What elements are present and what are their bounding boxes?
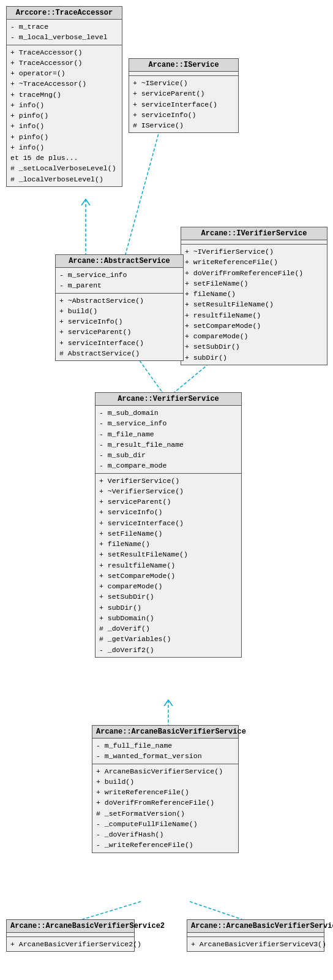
arcane-basic-verifier-title: Arcane::ArcaneBasicVerifierService xyxy=(92,726,238,739)
arcane-basic-verifier-attrs: - m_full_file_name - m_wanted_format_ver… xyxy=(92,739,238,764)
svg-line-6 xyxy=(190,902,242,919)
trace-accessor-m6: + info() xyxy=(10,100,118,110)
trace-accessor-attr-1: - m_trace xyxy=(10,21,118,32)
verifier-service-title: Arcane::VerifierService xyxy=(95,393,241,406)
verifier-service-m16: # _getVariables() xyxy=(99,634,238,644)
verifier-service-attr-3: - m_file_name xyxy=(99,429,238,439)
verifier-service-box: Arcane::VerifierService - m_sub_domain -… xyxy=(95,392,242,658)
iverifier-m11: + subDir() xyxy=(185,352,323,363)
abstract-service-title: Arcane::AbstractService xyxy=(56,255,183,268)
trace-accessor-m9: + pinfo() xyxy=(10,132,118,142)
verifier-service-attr-1: - m_sub_domain xyxy=(99,408,238,418)
arcane-basic-verifier2-methods: + ArcaneBasicVerifierService2() xyxy=(7,937,134,951)
iservice-title: Arcane::IService xyxy=(129,59,238,72)
abstract-service-m3: + serviceInfo() xyxy=(59,316,179,327)
iverifier-m9: + compareMode() xyxy=(185,331,323,341)
verifier-service-m14: + subDomain() xyxy=(99,613,238,623)
trace-accessor-m5: + traceMng() xyxy=(10,89,118,100)
trace-accessor-m12: # _setLocalVerboseLevel() xyxy=(10,163,118,173)
arcane-basic-verifier-attr-2: - m_wanted_format_version xyxy=(96,751,234,761)
arcane-basic-verifier-m6: - _computeFullFileName() xyxy=(96,819,234,829)
abstract-service-methods: + ~AbstractService() + build() + service… xyxy=(56,294,183,361)
iverifier-m3: + doVerifFromReferenceFile() xyxy=(185,268,323,278)
verifier-service-methods: + VerifierService() + ~VerifierService()… xyxy=(95,474,241,657)
trace-accessor-title: Arccore::TraceAccessor xyxy=(7,7,122,20)
arcane-basic-verifier2-attrs xyxy=(7,933,134,937)
verifier-service-m3: + serviceParent() xyxy=(99,496,238,507)
iservice-box: Arcane::IService + ~IService() + service… xyxy=(129,58,239,133)
abstract-service-m2: + build() xyxy=(59,306,179,316)
iservice-m4: + serviceInfo() xyxy=(133,110,234,120)
verifier-service-m11: + compareMode() xyxy=(99,581,238,591)
arcane-basic-verifierv3-methods: + ArcaneBasicVerifierServiceV3() xyxy=(187,937,324,951)
iservice-methods: + ~IService() + serviceParent() + servic… xyxy=(129,76,238,132)
iverifier-methods: + ~IVerifierService() + writeReferenceFi… xyxy=(181,245,327,365)
iverifier-m2: + writeReferenceFile() xyxy=(185,257,323,267)
arcane-basic-verifierv3-title: Arcane::ArcaneBasicVerifierServiceV3 xyxy=(187,920,324,933)
iverifier-m4: + setFileName() xyxy=(185,278,323,289)
verifier-service-m4: + serviceInfo() xyxy=(99,507,238,517)
arcane-basic-verifier-m2: + build() xyxy=(96,777,234,787)
arcane-basic-verifierv3-box: Arcane::ArcaneBasicVerifierServiceV3 + A… xyxy=(187,919,324,952)
verifier-service-m1: + VerifierService() xyxy=(99,476,238,486)
trace-accessor-methods: + TraceAccessor() + TraceAccessor() + op… xyxy=(7,45,122,186)
trace-accessor-m11: et 15 de plus... xyxy=(10,153,118,163)
verifier-service-m12: + setSubDir() xyxy=(99,591,238,602)
abstract-service-box: Arcane::AbstractService - m_service_info… xyxy=(55,254,184,361)
verifier-service-attr-5: - m_sub_dir xyxy=(99,450,238,460)
iverifier-m7: + resultfileName() xyxy=(185,310,323,321)
iverifier-m5: + fileName() xyxy=(185,289,323,299)
abstract-service-m6: # AbstractService() xyxy=(59,348,179,359)
iverifier-attrs xyxy=(181,240,327,245)
verifier-service-attr-4: - m_result_file_name xyxy=(99,439,238,450)
arcane-basic-verifierv3-m1: + ArcaneBasicVerifierServiceV3() xyxy=(191,939,320,949)
trace-accessor-box: Arccore::TraceAccessor - m_trace - m_loc… xyxy=(6,6,122,187)
iservice-m1: + ~IService() xyxy=(133,78,234,88)
abstract-service-m1: + ~AbstractService() xyxy=(59,295,179,306)
verifier-service-m6: + setFileName() xyxy=(99,528,238,539)
diagram-container: Arccore::TraceAccessor - m_trace - m_loc… xyxy=(0,0,333,980)
svg-line-5 xyxy=(83,902,141,919)
abstract-service-attr-2: - m_parent xyxy=(59,280,179,291)
trace-accessor-m13: # _localVerboseLevel() xyxy=(10,174,118,184)
verifier-service-m17: - _doVerif2() xyxy=(99,645,238,655)
arcane-basic-verifier-attr-1: - m_full_file_name xyxy=(96,740,234,751)
verifier-service-m13: + subDir() xyxy=(99,602,238,613)
verifier-service-m7: + fileName() xyxy=(99,539,238,549)
trace-accessor-m7: + pinfo() xyxy=(10,110,118,121)
trace-accessor-attrs: - m_trace - m_local_verbose_level xyxy=(7,20,122,45)
verifier-service-m15: # _doVerif() xyxy=(99,623,238,634)
verifier-service-m10: + setCompareMode() xyxy=(99,571,238,581)
arcane-basic-verifier-m4: + doVerifFromReferenceFile() xyxy=(96,797,234,808)
verifier-service-attr-2: - m_service_info xyxy=(99,418,238,428)
abstract-service-attr-1: - m_service_info xyxy=(59,270,179,280)
iverifier-title: Arcane::IVerifierService xyxy=(181,227,327,240)
iservice-m3: + serviceInterface() xyxy=(133,99,234,110)
verifier-service-attrs: - m_sub_domain - m_service_info - m_file… xyxy=(95,406,241,474)
arcane-basic-verifier2-box: Arcane::ArcaneBasicVerifierService2 + Ar… xyxy=(6,919,135,952)
iverifier-m10: + setSubDir() xyxy=(185,341,323,352)
verifier-service-m2: + ~VerifierService() xyxy=(99,486,238,496)
arcane-basic-verifier-m7: - _doVerifHash() xyxy=(96,829,234,840)
trace-accessor-m3: + operator=() xyxy=(10,68,118,78)
iverifier-m1: + ~IVerifierService() xyxy=(185,246,323,257)
iservice-attrs xyxy=(129,72,238,76)
trace-accessor-m4: + ~TraceAccessor() xyxy=(10,78,118,89)
iverifier-box: Arcane::IVerifierService + ~IVerifierSer… xyxy=(181,227,327,365)
arcane-basic-verifier-m3: + writeReferenceFile() xyxy=(96,787,234,797)
arcane-basic-verifier2-title: Arcane::ArcaneBasicVerifierService2 xyxy=(7,920,134,933)
trace-accessor-m8: + info() xyxy=(10,121,118,131)
iservice-m5: # IService() xyxy=(133,120,234,131)
verifier-service-attr-6: - m_compare_mode xyxy=(99,460,238,471)
iverifier-m6: + setResultFileName() xyxy=(185,299,323,310)
arcane-basic-verifier2-m1: + ArcaneBasicVerifierService2() xyxy=(10,939,130,949)
abstract-service-m4: + serviceParent() xyxy=(59,327,179,337)
iservice-m2: + serviceParent() xyxy=(133,88,234,99)
arcane-basic-verifierv3-attrs xyxy=(187,933,324,937)
iverifier-m8: + setCompareMode() xyxy=(185,321,323,331)
trace-accessor-m10: + info() xyxy=(10,142,118,153)
trace-accessor-m1: + TraceAccessor() xyxy=(10,47,118,58)
abstract-service-attrs: - m_service_info - m_parent xyxy=(56,268,183,294)
arcane-basic-verifier-methods: + ArcaneBasicVerifierService() + build()… xyxy=(92,764,238,853)
verifier-service-m9: + resultfileName() xyxy=(99,560,238,571)
